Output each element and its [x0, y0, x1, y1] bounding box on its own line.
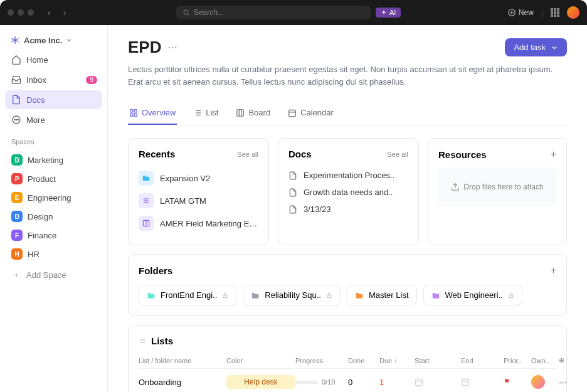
lists-card: Lists List / folder name Color Progress …: [128, 325, 567, 392]
tab-overview[interactable]: Overview: [128, 103, 177, 125]
search-input[interactable]: Search...: [176, 6, 371, 19]
start-date[interactable]: [415, 378, 461, 386]
add-resource-button[interactable]: +: [551, 149, 556, 160]
space-label: Finance: [28, 231, 56, 240]
svg-rect-41: [416, 379, 423, 386]
svg-point-14: [18, 119, 18, 120]
svg-rect-16: [134, 109, 137, 112]
folder-icon: [147, 292, 156, 299]
nav-docs[interactable]: Docs: [5, 90, 102, 109]
plus-circle-icon: [507, 8, 516, 17]
space-item[interactable]: DMarketing: [5, 151, 102, 169]
lock-icon: [326, 292, 332, 299]
svg-rect-18: [134, 114, 137, 116]
space-icon: H: [11, 248, 23, 260]
row-more-icon[interactable]: ⋯: [559, 378, 576, 387]
folder-label: Web Engineeri..: [445, 290, 503, 300]
svg-rect-15: [130, 109, 133, 112]
list-row[interactable]: Onboarding Help desk 0/10 0 1 ⋯: [139, 368, 556, 392]
search-placeholder: Search...: [194, 8, 224, 17]
search-icon: [182, 9, 190, 16]
svg-rect-28: [289, 110, 296, 117]
page-title: EPD: [128, 38, 161, 57]
folder-icon: [355, 292, 364, 299]
recent-item[interactable]: Expansion V2: [139, 167, 258, 189]
end-date[interactable]: [461, 378, 504, 386]
tab-calendar[interactable]: Calendar: [287, 103, 335, 125]
space-label: Design: [28, 212, 53, 221]
recent-item[interactable]: AMER Field Marketing Experim: [139, 212, 258, 235]
inbox-icon: [11, 75, 21, 85]
doc-icon: [288, 171, 297, 180]
recent-item[interactable]: LATAM GTM: [139, 189, 258, 212]
due-count: 1: [379, 378, 415, 387]
svg-rect-25: [237, 109, 244, 116]
docs-see-all[interactable]: See all: [387, 151, 408, 158]
add-space-button[interactable]: + Add Space: [5, 265, 102, 285]
priority-flag[interactable]: [504, 378, 531, 386]
recents-card: Recents See all Expansion V2 LATAM GTM A…: [128, 138, 269, 245]
ai-button[interactable]: AI: [376, 8, 401, 18]
docs-card: Docs See all Experimentation Proces.. Gr…: [278, 138, 419, 245]
docs-icon: [11, 95, 21, 105]
svg-point-12: [14, 119, 15, 120]
drag-icon[interactable]: [139, 337, 146, 345]
upload-icon: [451, 183, 460, 191]
recents-see-all[interactable]: See all: [237, 151, 258, 158]
folders-card: Folders + FrontEnd Engi..Reliability Squ…: [128, 254, 567, 316]
space-item[interactable]: EEngineering: [5, 188, 102, 207]
svg-line-7: [15, 40, 18, 42]
svg-rect-38: [509, 295, 513, 297]
folder-chip[interactable]: FrontEnd Engi..: [139, 285, 236, 305]
chevron-down-icon: [66, 37, 72, 43]
new-button[interactable]: New: [507, 8, 534, 17]
board-icon: [236, 109, 245, 117]
folder-chip[interactable]: Master List: [347, 285, 417, 305]
inbox-badge: 9: [86, 76, 97, 84]
svg-rect-37: [327, 295, 331, 297]
folder-chip[interactable]: Reliability Squ..: [243, 285, 341, 305]
doc-icon: [288, 188, 297, 197]
doc-item[interactable]: 3/13/23: [288, 201, 408, 218]
svg-rect-36: [223, 295, 227, 297]
add-folder-button[interactable]: +: [551, 265, 556, 276]
color-tag[interactable]: Help desk: [226, 375, 295, 389]
space-icon: E: [11, 192, 23, 203]
doc-item[interactable]: Experimentation Proces..: [288, 167, 408, 184]
tab-list[interactable]: List: [192, 103, 219, 125]
nav-forward[interactable]: ›: [60, 6, 70, 19]
nav-inbox[interactable]: Inbox 9: [5, 70, 102, 89]
svg-line-9: [12, 40, 15, 42]
space-item[interactable]: HHR: [5, 245, 102, 263]
nav-back[interactable]: ‹: [44, 6, 55, 19]
folder-label: FrontEnd Engi..: [161, 290, 217, 300]
drop-zone[interactable]: Drop files here to attach: [438, 167, 556, 206]
org-switcher[interactable]: Acme Inc.: [5, 31, 102, 49]
folders-title: Folders: [139, 265, 172, 276]
space-label: HR: [28, 250, 40, 259]
space-item[interactable]: DDesign: [5, 207, 102, 226]
space-item[interactable]: FFinance: [5, 226, 102, 245]
add-column-button[interactable]: ⊕: [559, 356, 576, 364]
nav-home[interactable]: Home: [5, 50, 102, 69]
owner-avatar[interactable]: [531, 375, 545, 389]
org-name: Acme Inc.: [24, 36, 62, 45]
tab-board[interactable]: Board: [235, 103, 272, 125]
svg-line-6: [15, 38, 18, 40]
page-more-icon[interactable]: ⋯: [167, 41, 177, 53]
topbar: ‹ › Search... AI New |: [0, 0, 587, 25]
space-icon: D: [11, 154, 23, 166]
space-item[interactable]: PProduct: [5, 169, 102, 188]
folder-chip[interactable]: Web Engineeri..: [423, 285, 522, 305]
doc-item[interactable]: Growth data needs and..: [288, 184, 408, 201]
progress: 0/10: [295, 378, 348, 386]
space-label: Product: [28, 174, 56, 184]
lock-icon: [508, 292, 514, 299]
nav-more[interactable]: More: [5, 110, 102, 129]
add-task-button[interactable]: Add task: [505, 38, 567, 56]
due-header[interactable]: Due ↑: [379, 357, 415, 364]
user-avatar[interactable]: [567, 6, 579, 19]
apps-grid-icon[interactable]: [551, 8, 559, 17]
calendar-icon: [288, 109, 297, 117]
svg-point-13: [16, 119, 16, 120]
